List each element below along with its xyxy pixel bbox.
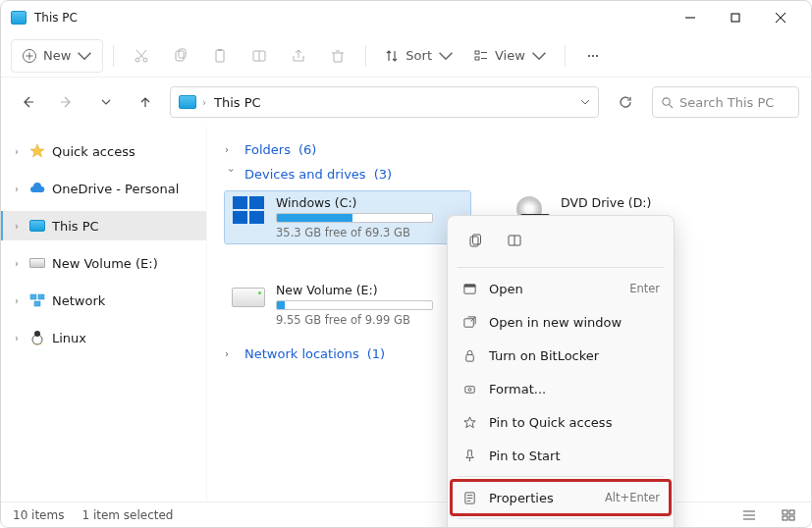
cut-button[interactable] (124, 39, 159, 73)
expand-icon[interactable]: › (11, 146, 23, 157)
sidebar-item-new-volume[interactable]: › New Volume (E:) (1, 248, 206, 278)
up-button[interactable] (131, 87, 160, 117)
minimize-button[interactable] (668, 2, 713, 33)
maximize-button[interactable] (713, 2, 758, 33)
address-history-button[interactable] (580, 95, 590, 110)
menu-item-bitlocker[interactable]: Turn on BitLocker (452, 339, 670, 372)
sort-icon (384, 48, 400, 64)
cloud-icon (28, 181, 46, 196)
sidebar-item-label: Network (52, 293, 105, 308)
svg-point-7 (135, 58, 139, 62)
paste-button[interactable] (202, 39, 238, 73)
back-button[interactable] (13, 87, 42, 117)
view-button-label: View (495, 48, 525, 63)
view-button[interactable]: View (465, 39, 555, 73)
menu-item-properties[interactable]: Properties Alt+Enter (452, 481, 670, 514)
group-drives[interactable]: › Devices and drives (3) (225, 167, 793, 182)
sidebar-item-this-pc[interactable]: › This PC (1, 211, 206, 240)
drive-usage-bar (276, 213, 433, 223)
svg-point-24 (663, 97, 670, 104)
menu-item-show-more[interactable]: Show more options Shift+F10 (452, 523, 670, 528)
menu-item-open[interactable]: Open Enter (452, 272, 670, 305)
menu-item-open-new-window[interactable]: Open in new window (452, 305, 670, 339)
pin-icon (461, 449, 477, 463)
chevron-down-icon (580, 97, 590, 107)
cut-icon (134, 48, 149, 64)
menu-item-pin-start[interactable]: Pin to Start (452, 439, 670, 472)
sidebar-item-label: OneDrive - Personal (52, 182, 179, 196)
recent-button[interactable] (91, 87, 121, 117)
status-bar: 10 items 1 item selected (1, 502, 811, 527)
refresh-button[interactable] (609, 86, 642, 118)
navigation-pane: › Quick access › OneDrive - Personal › T… (1, 127, 207, 502)
copy-button[interactable] (163, 39, 198, 73)
expand-icon[interactable]: › (11, 333, 23, 343)
expand-icon[interactable]: › (11, 295, 23, 306)
group-count: (3) (374, 167, 392, 182)
address-bar[interactable]: › This PC (170, 86, 599, 118)
sidebar-item-linux[interactable]: › Linux (1, 323, 206, 352)
sidebar-item-quick-access[interactable]: › Quick access (1, 136, 206, 166)
group-folders[interactable]: › Folders (6) (225, 142, 793, 157)
open-icon (461, 282, 477, 296)
nav-row: › This PC Search This PC (1, 78, 811, 127)
svg-point-8 (143, 58, 147, 62)
copy-button[interactable] (460, 226, 491, 255)
breadcrumb[interactable]: This PC (212, 95, 263, 110)
svg-rect-17 (475, 51, 479, 54)
arrow-up-icon (138, 95, 152, 109)
svg-rect-27 (38, 294, 44, 299)
star-icon (28, 143, 46, 159)
svg-point-23 (596, 55, 598, 57)
group-label: Network locations (244, 346, 359, 361)
pc-icon (28, 218, 46, 234)
menu-item-format[interactable]: Format... (452, 372, 670, 405)
expand-icon[interactable]: › (11, 184, 23, 194)
drive-name: Windows (C:) (276, 195, 464, 210)
svg-line-25 (669, 104, 673, 108)
svg-rect-1 (731, 14, 739, 22)
rename-button[interactable] (242, 39, 277, 73)
sidebar-item-onedrive[interactable]: › OneDrive - Personal (1, 174, 206, 203)
svg-rect-54 (783, 516, 787, 520)
details-view-button[interactable] (738, 506, 760, 524)
delete-icon (330, 48, 346, 64)
plus-circle-icon (22, 48, 37, 64)
thumbnails-view-button[interactable] (778, 506, 799, 524)
search-box[interactable]: Search This PC (652, 86, 799, 118)
rename-icon (251, 48, 267, 64)
new-button-label: New (43, 48, 71, 63)
rename-button[interactable] (499, 226, 530, 255)
sidebar-item-network[interactable]: › Network (1, 286, 206, 315)
sort-button[interactable]: Sort (376, 39, 461, 73)
drive-icon (28, 255, 46, 271)
close-button[interactable] (758, 2, 803, 33)
forward-button[interactable] (52, 87, 81, 117)
drive-windows-c[interactable]: Windows (C:) 35.3 GB free of 69.3 GB (225, 191, 470, 243)
expand-icon[interactable]: › (11, 258, 23, 269)
more-button[interactable] (575, 39, 611, 73)
delete-button[interactable] (320, 39, 355, 73)
drive-new-volume-e[interactable]: New Volume (E:) 9.55 GB free of 9.99 GB (225, 279, 470, 331)
new-window-icon (461, 315, 477, 330)
new-button[interactable]: New (11, 39, 103, 73)
group-label: Devices and drives (244, 167, 366, 182)
sidebar-item-label: Linux (52, 331, 86, 345)
chevron-down-icon (101, 97, 111, 107)
svg-rect-55 (789, 516, 794, 520)
format-icon (461, 382, 477, 396)
menu-item-pin-quick-access[interactable]: Pin to Quick access (452, 405, 670, 439)
drive-free-text: 9.55 GB free of 9.99 GB (276, 313, 464, 327)
network-icon (28, 292, 46, 308)
list-icon (742, 509, 756, 521)
expand-icon[interactable]: › (11, 221, 23, 232)
svg-point-40 (468, 388, 471, 391)
svg-rect-36 (463, 284, 474, 287)
svg-rect-14 (218, 49, 222, 51)
menu-item-label: Turn on BitLocker (489, 348, 660, 363)
share-button[interactable] (281, 39, 316, 73)
app-icon (11, 11, 27, 25)
chevron-down-icon (438, 48, 454, 64)
svg-rect-12 (179, 49, 186, 58)
menu-item-label: Pin to Quick access (489, 415, 660, 430)
